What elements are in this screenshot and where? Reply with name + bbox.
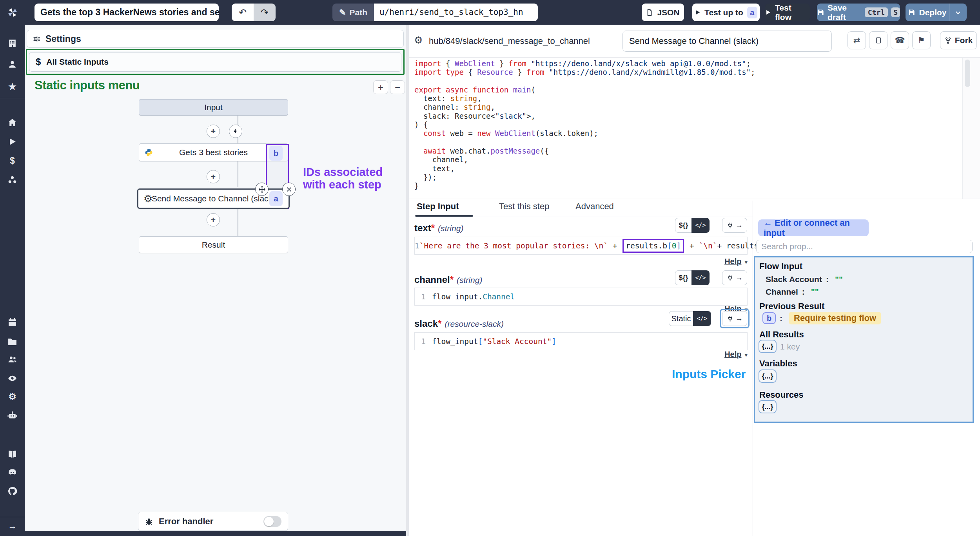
github-icon[interactable] xyxy=(0,485,25,496)
user-icon[interactable] xyxy=(0,59,25,70)
fork-label: Fork xyxy=(955,36,973,45)
flow-title-input[interactable]: Gets the top 3 HackerNews stories and se… xyxy=(34,4,219,21)
variables-braces-badge[interactable]: {...} xyxy=(759,369,777,383)
chevron-down-icon: ▾ xyxy=(744,259,748,265)
previous-result-b-badge[interactable]: b xyxy=(762,312,776,324)
flag-icon: ⚑ xyxy=(918,36,925,45)
resources-braces-badge[interactable]: {...} xyxy=(759,400,777,413)
settings-icon[interactable]: ⚙ xyxy=(0,391,25,402)
deploy-dropdown-button[interactable] xyxy=(949,4,967,21)
zoom-in-button[interactable]: + xyxy=(373,80,388,94)
line-number: 1 xyxy=(415,292,432,301)
workspace-icon[interactable] xyxy=(0,38,25,49)
edit-or-connect-input-button[interactable]: ← Edit or connect an input xyxy=(758,219,869,236)
node-input[interactable]: Input xyxy=(139,99,288,116)
static-mode-button[interactable]: Static xyxy=(669,311,693,326)
slack-expression-editor[interactable]: 1flow_input["Slack Account"] xyxy=(414,332,748,350)
help-link-text[interactable]: Help▾ xyxy=(669,257,748,266)
tab-test-this-step[interactable]: Test this step xyxy=(499,201,549,212)
connect-input-button-channel[interactable]: → xyxy=(722,270,747,285)
trigger-lightning-button[interactable] xyxy=(229,125,242,138)
prop-slack-account[interactable]: Slack Account:"" xyxy=(766,275,843,284)
text-expression-editor[interactable]: 1`Here are the 3 most popular stories: \… xyxy=(414,237,748,255)
insert-step-button[interactable]: + xyxy=(207,213,220,226)
prop-channel[interactable]: Channel:"" xyxy=(766,287,819,297)
webhook-button[interactable]: ☎ xyxy=(891,31,909,49)
code-mode-button[interactable]: </> xyxy=(691,270,710,285)
window-button[interactable] xyxy=(869,31,887,49)
top-bar: Gets the top 3 HackerNews stories and se… xyxy=(0,0,980,25)
fork-button[interactable]: Fork xyxy=(940,31,977,49)
move-step-handle[interactable] xyxy=(255,183,269,196)
flow-settings-button[interactable]: Settings xyxy=(27,30,404,48)
deploy-label: Deploy xyxy=(919,8,946,17)
code-editor[interactable]: import { WebClient } from "https://deno.… xyxy=(414,59,755,190)
flag-button[interactable]: ⚑ xyxy=(912,31,931,49)
node-result-label: Result xyxy=(202,240,225,250)
windmill-logo-icon[interactable] xyxy=(0,0,25,25)
step-b-id-badge[interactable]: b xyxy=(269,146,283,161)
tab-advanced[interactable]: Advanced xyxy=(575,201,614,212)
redo-button[interactable]: ↷ xyxy=(254,4,276,21)
help-link-slack[interactable]: Help▾ xyxy=(669,350,748,359)
groups-icon[interactable] xyxy=(0,354,25,365)
star-icon[interactable]: ★ xyxy=(0,81,25,92)
save-draft-button[interactable]: Save draft Ctrl S xyxy=(817,4,900,21)
step-a-id-badge[interactable]: a xyxy=(269,191,283,206)
variables-section-title: Variables xyxy=(759,359,797,369)
delete-step-button[interactable] xyxy=(282,183,296,196)
connect-input-button-slack[interactable]: → xyxy=(722,311,747,326)
folders-icon[interactable] xyxy=(0,336,25,347)
insert-step-button[interactable]: + xyxy=(207,125,220,138)
sidebar-divider xyxy=(0,517,25,517)
field-slack-label: slack*(resource-slack) xyxy=(414,318,504,329)
all-static-inputs-button[interactable]: $ All Static Inputs xyxy=(29,52,401,72)
search-prop-input[interactable]: Search prop... xyxy=(756,240,973,253)
discord-icon[interactable] xyxy=(0,467,25,478)
refresh-icon: ⇄ xyxy=(853,36,860,45)
channel-expression-editor[interactable]: 1flow_input.Channel xyxy=(414,288,748,306)
zoom-out-button[interactable]: − xyxy=(390,80,405,94)
redo-icon: ↷ xyxy=(261,7,269,18)
previous-result-colon: : xyxy=(780,314,782,323)
collapse-arrow-icon[interactable]: → xyxy=(0,520,25,531)
play-icon[interactable] xyxy=(0,136,25,147)
connect-input-button-text[interactable]: → xyxy=(722,218,747,233)
node-result[interactable]: Result xyxy=(139,236,288,253)
error-handler-label: Error handler xyxy=(159,516,213,527)
left-sidebar: ★$⚙→ xyxy=(0,25,25,536)
resources-section-title: Resources xyxy=(759,390,804,400)
home-icon[interactable] xyxy=(0,117,25,128)
deploy-button[interactable]: Deploy xyxy=(906,4,967,21)
chevron-down-icon xyxy=(955,9,962,16)
worker-groups-icon[interactable] xyxy=(0,174,25,185)
step-summary-input[interactable]: Send Message to Channel (slack) xyxy=(622,31,832,52)
test-flow-button[interactable]: Test flow xyxy=(765,4,810,21)
template-string-button[interactable]: ${} xyxy=(675,218,691,233)
code-scrollbar-thumb[interactable] xyxy=(965,60,970,87)
insert-step-button[interactable]: + xyxy=(207,170,220,183)
tab-step-input[interactable]: Step Input xyxy=(417,201,459,212)
test-up-to-button[interactable]: Test up to a xyxy=(692,4,760,21)
template-string-button[interactable]: ${} xyxy=(675,270,691,285)
schedules-icon[interactable] xyxy=(0,317,25,328)
plug-icon xyxy=(726,274,734,282)
json-button[interactable]: JSON xyxy=(642,4,684,21)
error-handler-toggle[interactable] xyxy=(263,516,281,527)
audit-logs-icon[interactable] xyxy=(0,373,25,384)
path-input[interactable]: u/henri/send_to_slack_top3_hn xyxy=(374,4,538,21)
path-label: Path xyxy=(350,8,368,17)
all-static-inputs-label: All Static Inputs xyxy=(46,57,109,67)
ai-icon[interactable] xyxy=(0,410,25,421)
code-mode-button[interactable]: </> xyxy=(691,218,710,233)
dollar-icon[interactable]: $ xyxy=(0,155,25,166)
edge-a-to-result xyxy=(238,209,238,236)
docs-icon[interactable] xyxy=(0,449,25,460)
undo-button[interactable]: ↶ xyxy=(232,4,254,21)
error-handler-node[interactable]: Error handler xyxy=(138,512,288,531)
code-mode-button[interactable]: </> xyxy=(693,311,711,326)
panel-resizer[interactable] xyxy=(406,25,409,536)
json-file-icon xyxy=(646,9,653,16)
all-results-braces-badge[interactable]: {...} xyxy=(759,340,777,353)
diff-button[interactable]: ⇄ xyxy=(848,31,866,49)
